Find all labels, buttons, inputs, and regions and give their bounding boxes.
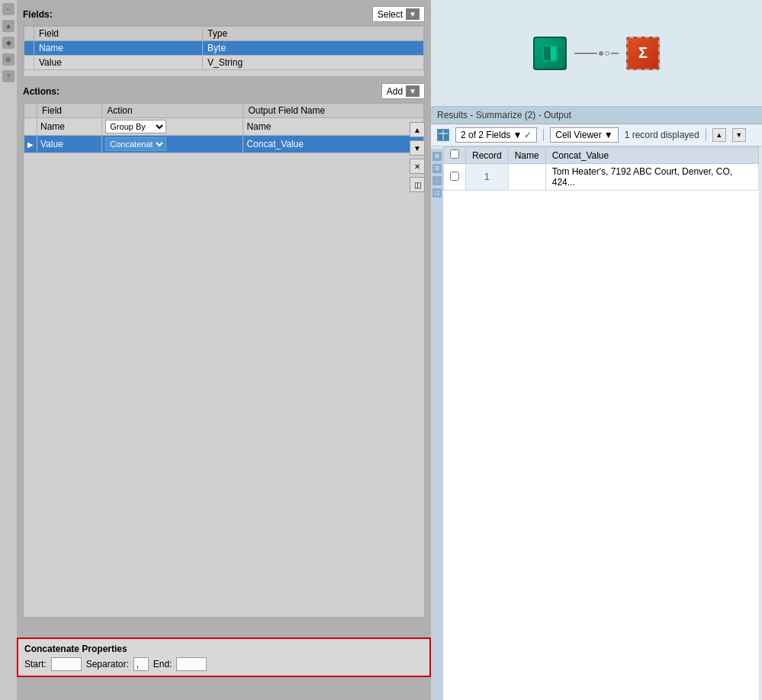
actions-col-output: Output Field Name [243,104,424,118]
duplicate-button[interactable]: ◫ [410,177,425,192]
toolbar-sep-1 [543,129,544,141]
select-dropdown-arrow[interactable]: ▼ [406,8,420,20]
action-field-cell: Value [37,136,102,153]
add-button[interactable]: Add ▼ [381,83,425,99]
cell-viewer-button[interactable]: Cell Viewer ▼ [550,127,618,143]
separator-input[interactable] [133,657,149,671]
left-panel: ↔ ▲ ◆ ⊕ ? Fields: Select ▼ Field Type [0,0,431,700]
nav-down-button[interactable]: ▼ [732,128,746,142]
row-concat-value: Tom Heater's, 7192 ABC Court, Denver, CO… [545,164,758,191]
svg-rect-1 [544,47,550,60]
row-record-num: 1 [466,164,509,191]
move-up-button[interactable]: ▲ [410,122,425,137]
concat-properties: Concatenate Properties Start: Separator:… [17,637,431,677]
record-count: 1 record displayed [625,130,699,140]
results-sidebar-icon-1[interactable]: ⊞ [432,152,442,161]
separator-label: Separator: [86,659,129,669]
row-arrow: ▶ [24,136,37,153]
fields-row[interactable]: Value V_String [24,56,424,70]
results-sidebar-icon-4[interactable]: ◫ [432,188,442,197]
sidebar-icon-3[interactable]: ◆ [2,37,14,49]
fields-label: Fields: [23,9,53,20]
action-output-cell: Concat_Value [243,136,424,153]
remove-button[interactable]: ✕ [410,159,425,174]
select-all-checkbox[interactable] [450,149,459,159]
row-check[interactable] [444,164,466,191]
field-name-cell: Name [34,41,203,56]
workflow-nodes: Σ [533,37,660,70]
row-checkbox[interactable] [450,172,459,181]
action-select-selected[interactable]: Concatenate Group By Sum [105,137,166,151]
action-select[interactable]: Group By Sum Concatenate [105,120,166,133]
action-field-cell: Name [37,118,102,136]
fields-col-field: Field [34,27,203,41]
action-output-cell: Name [243,118,424,136]
field-name-cell: Value [34,56,203,70]
actions-table: Field Action Output Field Name Name Grou… [24,103,424,153]
sigma-node[interactable]: Σ [626,37,660,70]
select-button[interactable]: Select ▼ [372,6,425,22]
actions-header: Actions: Add ▼ [23,83,425,99]
col-record: Record [466,147,509,164]
results-table-container: Record Name Concat_Value 1 Tom Heater's,… [443,146,759,700]
end-input[interactable] [176,657,207,671]
end-label: End: [153,659,172,669]
nav-up-button[interactable]: ▲ [712,128,726,142]
cell-viewer-arrow: ▼ [604,130,613,140]
fields-table: Field Type Name Byte Value V_String [24,26,424,70]
toolbar-sep-2 [706,129,706,141]
fields-col-type: Type [203,27,424,41]
sidebar-icon-1[interactable]: ↔ [2,3,14,15]
svg-rect-2 [550,47,556,60]
concat-row: Start: Separator: End: [24,657,423,671]
table-row[interactable]: 1 Tom Heater's, 7192 ABC Court, Denver, … [444,164,759,191]
actions-row[interactable]: ▶ Value Concatenate Group By Sum Concat_… [24,136,424,153]
concat-title: Concatenate Properties [24,644,423,654]
actions-col-arrow [24,104,37,118]
row-arrow [24,56,34,70]
actions-col-field: Field [37,104,102,118]
sidebar-icons: ↔ ▲ ◆ ⊕ ? [0,0,17,700]
move-down-button[interactable]: ▼ [410,140,425,156]
row-name [508,164,545,191]
sidebar-icon-4[interactable]: ⊕ [2,53,14,66]
action-action-cell[interactable]: Group By Sum Concatenate [102,118,243,136]
fields-count-button[interactable]: 2 of 2 Fields ▼ ✓ [455,127,537,143]
fields-row[interactable]: Name Byte [24,41,424,56]
actions-col-action: Action [102,104,243,118]
sidebar-icon-5[interactable]: ? [2,70,14,82]
table-icon [437,129,449,141]
node-connector [574,51,619,56]
row-arrow [24,118,37,136]
col-concat-value: Concat_Value [545,147,758,164]
fields-dropdown-arrow: ▼ [513,130,522,140]
action-side-buttons: ▲ ▼ ✕ ◫ [410,122,425,192]
results-title: Results - Summarize (2) - Output [437,110,571,120]
results-table: Record Name Concat_Value 1 Tom Heater's,… [443,146,759,191]
results-toolbar: 2 of 2 Fields ▼ ✓ Cell Viewer ▼ 1 record… [431,124,762,146]
main-content: Fields: Select ▼ Field Type [17,0,431,700]
row-arrow [24,41,34,56]
start-input[interactable] [51,657,82,671]
canvas-area: Σ [431,0,762,107]
actions-row[interactable]: Name Group By Sum Concatenate Name [24,118,424,136]
fields-container: Field Type Name Byte Value V_String [23,25,425,77]
add-dropdown-arrow[interactable]: ▼ [406,85,420,97]
book-node[interactable] [533,37,567,70]
col-check [444,147,466,164]
check-icon: ✓ [524,130,532,140]
results-sidebar-icon-2[interactable]: ☰ [432,164,442,173]
results-sidebar-icon-3[interactable]: ○ [432,176,442,185]
actions-container: Field Action Output Field Name Name Grou… [23,102,425,618]
col-name: Name [508,147,545,164]
fields-count-text: 2 of 2 Fields [461,130,510,140]
results-header: Results - Summarize (2) - Output [431,107,762,124]
field-type-cell: V_String [203,56,424,70]
fields-header: Fields: Select ▼ [23,6,425,22]
results-sidebar: ⊞ ☰ ○ ◫ [431,149,443,700]
start-label: Start: [24,659,47,669]
fields-col-arrow [24,27,34,41]
sidebar-icon-2[interactable]: ▲ [2,20,14,32]
action-action-cell[interactable]: Concatenate Group By Sum [102,136,243,153]
actions-label: Actions: [23,86,59,97]
